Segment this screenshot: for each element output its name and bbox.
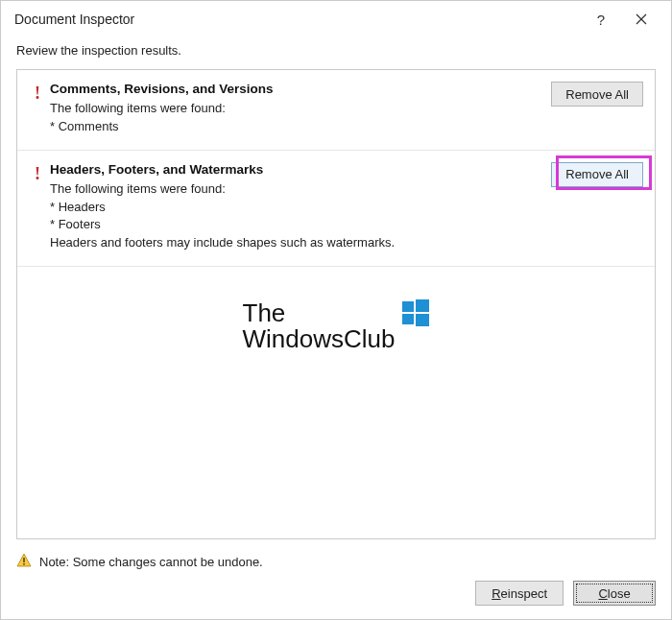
reinspect-button[interactable]: Reinspect <box>475 581 564 606</box>
mnemonic: C <box>598 586 607 601</box>
svg-rect-5 <box>416 314 429 326</box>
close-window-button[interactable] <box>621 5 661 34</box>
close-button[interactable]: Close <box>573 581 656 606</box>
svg-rect-7 <box>23 558 25 562</box>
watermark-line2: WindowsClub <box>243 324 396 353</box>
alert-icon: ! <box>25 162 50 184</box>
dialog-footer: Note: Some changes cannot be undone. Rei… <box>1 543 671 619</box>
result-found-item: * Headers <box>50 199 541 217</box>
warning-icon <box>16 553 32 571</box>
result-item: ! Comments, Revisions, and Versions The … <box>17 70 655 151</box>
result-title: Comments, Revisions, and Versions <box>50 82 541 96</box>
warning-text: Note: Some changes cannot be undone. <box>39 555 263 569</box>
mnemonic: R <box>492 586 500 601</box>
btn-rest: einspect <box>501 586 547 601</box>
result-found-item: * Footers <box>50 216 541 234</box>
svg-rect-4 <box>402 314 414 324</box>
watermark-line1: The <box>243 298 286 327</box>
document-inspector-dialog: Document Inspector ? Review the inspecti… <box>0 0 672 620</box>
alert-icon: ! <box>25 82 50 104</box>
close-icon <box>636 12 647 28</box>
result-body: Headers, Footers, and Watermarks The fol… <box>50 162 541 252</box>
result-title: Headers, Footers, and Watermarks <box>50 162 541 177</box>
button-row: Reinspect Close <box>16 581 656 606</box>
svg-rect-3 <box>416 299 429 312</box>
warning-row: Note: Some changes cannot be undone. <box>16 553 656 571</box>
result-item: ! Headers, Footers, and Watermarks The f… <box>17 151 655 267</box>
results-panel: ! Comments, Revisions, and Versions The … <box>16 69 656 539</box>
windows-logo-icon <box>402 299 429 326</box>
result-intro: The following items were found: <box>50 100 541 118</box>
help-icon: ? <box>597 12 605 28</box>
remove-all-button[interactable]: Remove All <box>551 82 643 107</box>
remove-all-button[interactable]: Remove All <box>551 162 643 187</box>
watermark-overlay: The WindowsClub <box>17 300 655 353</box>
help-button[interactable]: ? <box>581 5 621 34</box>
instructions-text: Review the inspection results. <box>1 37 671 69</box>
svg-rect-8 <box>23 563 25 565</box>
result-intro: The following items were found: <box>50 180 541 199</box>
dialog-title: Document Inspector <box>14 12 581 27</box>
titlebar: Document Inspector ? <box>1 1 671 37</box>
watermark-text: The WindowsClub <box>243 300 396 353</box>
result-body: Comments, Revisions, and Versions The fo… <box>50 82 541 136</box>
result-note: Headers and footers may include shapes s… <box>50 234 541 252</box>
result-found-item: * Comments <box>50 118 541 136</box>
svg-rect-2 <box>402 301 414 312</box>
btn-rest: lose <box>608 586 631 601</box>
